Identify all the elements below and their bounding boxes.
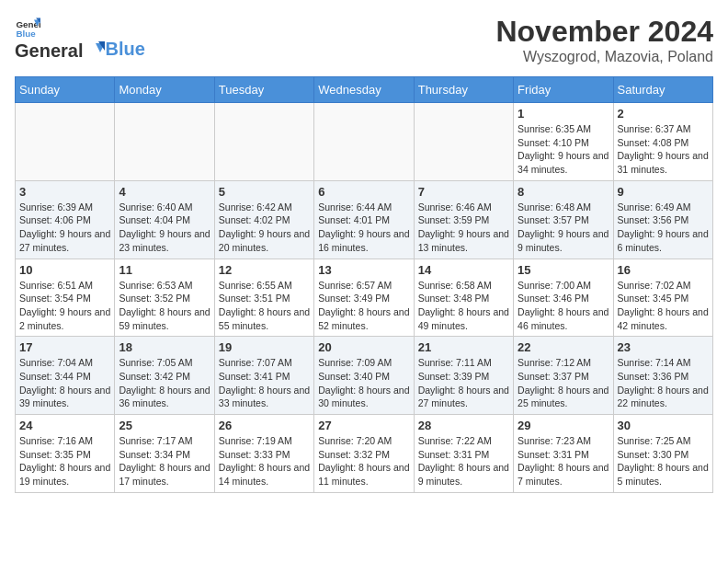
calendar-cell: 16Sunrise: 7:02 AMSunset: 3:45 PMDayligh…	[613, 259, 712, 337]
calendar-cell: 4Sunrise: 6:40 AMSunset: 4:04 PMDaylight…	[115, 180, 214, 259]
calendar-cell: 23Sunrise: 7:14 AMSunset: 3:36 PMDayligh…	[613, 337, 712, 415]
calendar-cell: 3Sunrise: 6:39 AMSunset: 4:06 PMDaylight…	[16, 180, 115, 259]
day-info: Sunrise: 7:04 AMSunset: 3:44 PMDaylight:…	[19, 356, 110, 410]
day-number: 24	[19, 419, 110, 432]
calendar-week-row: 3Sunrise: 6:39 AMSunset: 4:06 PMDaylight…	[16, 180, 713, 259]
day-info: Sunrise: 6:37 AMSunset: 4:08 PMDaylight:…	[618, 122, 709, 177]
day-info: Sunrise: 6:53 AMSunset: 3:52 PMDaylight:…	[119, 279, 210, 333]
calendar-cell	[214, 103, 313, 181]
calendar-week-row: 10Sunrise: 6:51 AMSunset: 3:54 PMDayligh…	[16, 259, 713, 337]
calendar-cell: 20Sunrise: 7:09 AMSunset: 3:40 PMDayligh…	[314, 337, 414, 415]
calendar-cell: 28Sunrise: 7:22 AMSunset: 3:31 PMDayligh…	[414, 415, 513, 493]
day-info: Sunrise: 7:23 AMSunset: 3:31 PMDaylight:…	[518, 434, 609, 488]
calendar-cell: 15Sunrise: 7:00 AMSunset: 3:46 PMDayligh…	[514, 259, 613, 337]
day-number: 7	[418, 185, 509, 199]
calendar-cell: 11Sunrise: 6:53 AMSunset: 3:52 PMDayligh…	[115, 259, 214, 337]
day-info: Sunrise: 6:44 AMSunset: 4:01 PMDaylight:…	[318, 201, 409, 255]
day-number: 14	[418, 263, 509, 277]
day-number: 8	[518, 185, 609, 199]
day-info: Sunrise: 6:40 AMSunset: 4:04 PMDaylight:…	[119, 201, 210, 255]
day-info: Sunrise: 6:55 AMSunset: 3:51 PMDaylight:…	[219, 279, 310, 333]
day-info: Sunrise: 6:49 AMSunset: 3:56 PMDaylight:…	[618, 201, 709, 255]
calendar-cell: 21Sunrise: 7:11 AMSunset: 3:39 PMDayligh…	[414, 337, 513, 415]
calendar-cell: 7Sunrise: 6:46 AMSunset: 3:59 PMDaylight…	[414, 180, 513, 259]
calendar-header-row: SundayMondayTuesdayWednesdayThursdayFrid…	[16, 77, 713, 103]
day-info: Sunrise: 7:17 AMSunset: 3:34 PMDaylight:…	[119, 434, 210, 488]
day-info: Sunrise: 7:25 AMSunset: 3:30 PMDaylight:…	[618, 434, 709, 488]
day-info: Sunrise: 7:11 AMSunset: 3:39 PMDaylight:…	[418, 356, 509, 410]
day-info: Sunrise: 6:35 AMSunset: 4:10 PMDaylight:…	[518, 122, 609, 177]
day-info: Sunrise: 7:20 AMSunset: 3:32 PMDaylight:…	[318, 434, 409, 488]
page-header: General Blue General Blue November 2024 …	[15, 15, 713, 65]
col-header-monday: Monday	[115, 77, 214, 103]
col-header-sunday: Sunday	[16, 77, 115, 103]
calendar-cell	[414, 103, 513, 181]
day-info: Sunrise: 7:05 AMSunset: 3:42 PMDaylight:…	[119, 356, 210, 410]
day-number: 22	[518, 340, 609, 354]
day-info: Sunrise: 6:39 AMSunset: 4:06 PMDaylight:…	[19, 201, 110, 255]
month-title: November 2024	[495, 15, 713, 49]
day-info: Sunrise: 6:48 AMSunset: 3:57 PMDaylight:…	[518, 201, 609, 255]
calendar-cell: 27Sunrise: 7:20 AMSunset: 3:32 PMDayligh…	[314, 415, 414, 493]
day-info: Sunrise: 7:14 AMSunset: 3:36 PMDaylight:…	[618, 356, 709, 410]
day-number: 10	[19, 263, 110, 277]
calendar-cell: 26Sunrise: 7:19 AMSunset: 3:33 PMDayligh…	[214, 415, 313, 493]
day-info: Sunrise: 6:51 AMSunset: 3:54 PMDaylight:…	[19, 279, 110, 333]
day-number: 20	[318, 340, 409, 354]
calendar-cell	[16, 103, 115, 181]
day-info: Sunrise: 7:12 AMSunset: 3:37 PMDaylight:…	[518, 356, 609, 410]
calendar-cell: 24Sunrise: 7:16 AMSunset: 3:35 PMDayligh…	[16, 415, 115, 493]
day-number: 25	[119, 419, 210, 432]
logo-icon	[85, 41, 105, 62]
day-number: 1	[518, 107, 609, 121]
day-number: 17	[19, 340, 110, 354]
day-info: Sunrise: 7:09 AMSunset: 3:40 PMDaylight:…	[318, 356, 409, 410]
title-area: November 2024 Wyszogrod, Mazovia, Poland	[495, 15, 713, 65]
day-info: Sunrise: 7:22 AMSunset: 3:31 PMDaylight:…	[418, 434, 509, 488]
day-number: 28	[418, 419, 509, 432]
calendar-week-row: 17Sunrise: 7:04 AMSunset: 3:44 PMDayligh…	[16, 337, 713, 415]
logo-general: General	[15, 40, 83, 62]
calendar-cell: 30Sunrise: 7:25 AMSunset: 3:30 PMDayligh…	[613, 415, 712, 493]
day-info: Sunrise: 6:57 AMSunset: 3:49 PMDaylight:…	[318, 279, 409, 333]
calendar-cell: 25Sunrise: 7:17 AMSunset: 3:34 PMDayligh…	[115, 415, 214, 493]
logo-blue: Blue	[105, 39, 144, 60]
calendar-table: SundayMondayTuesdayWednesdayThursdayFrid…	[15, 76, 713, 493]
day-number: 16	[618, 263, 709, 277]
day-number: 4	[119, 185, 210, 199]
day-number: 6	[318, 185, 409, 199]
day-number: 30	[618, 419, 709, 432]
calendar-cell: 10Sunrise: 6:51 AMSunset: 3:54 PMDayligh…	[16, 259, 115, 337]
day-number: 3	[19, 185, 110, 199]
calendar-cell: 1Sunrise: 6:35 AMSunset: 4:10 PMDaylight…	[514, 103, 613, 181]
col-header-friday: Friday	[514, 77, 613, 103]
day-number: 19	[219, 340, 310, 354]
col-header-wednesday: Wednesday	[314, 77, 414, 103]
day-info: Sunrise: 7:07 AMSunset: 3:41 PMDaylight:…	[219, 356, 310, 410]
day-number: 21	[418, 340, 509, 354]
logo: General Blue General Blue	[15, 15, 145, 62]
day-number: 2	[618, 107, 709, 121]
calendar-week-row: 1Sunrise: 6:35 AMSunset: 4:10 PMDaylight…	[16, 103, 713, 181]
calendar-cell: 14Sunrise: 6:58 AMSunset: 3:48 PMDayligh…	[414, 259, 513, 337]
day-number: 5	[219, 185, 310, 199]
day-number: 13	[318, 263, 409, 277]
day-number: 29	[518, 419, 609, 432]
calendar-cell: 18Sunrise: 7:05 AMSunset: 3:42 PMDayligh…	[115, 337, 214, 415]
day-number: 27	[318, 419, 409, 432]
col-header-thursday: Thursday	[414, 77, 513, 103]
day-number: 23	[618, 340, 709, 354]
calendar-week-row: 24Sunrise: 7:16 AMSunset: 3:35 PMDayligh…	[16, 415, 713, 493]
day-info: Sunrise: 6:42 AMSunset: 4:02 PMDaylight:…	[219, 201, 310, 255]
day-number: 26	[219, 419, 310, 432]
calendar-cell: 22Sunrise: 7:12 AMSunset: 3:37 PMDayligh…	[514, 337, 613, 415]
calendar-cell: 17Sunrise: 7:04 AMSunset: 3:44 PMDayligh…	[16, 337, 115, 415]
day-number: 12	[219, 263, 310, 277]
calendar-cell: 8Sunrise: 6:48 AMSunset: 3:57 PMDaylight…	[514, 180, 613, 259]
day-info: Sunrise: 7:16 AMSunset: 3:35 PMDaylight:…	[19, 434, 110, 488]
calendar-cell	[314, 103, 414, 181]
calendar-cell	[115, 103, 214, 181]
day-info: Sunrise: 6:46 AMSunset: 3:59 PMDaylight:…	[418, 201, 509, 255]
day-number: 18	[119, 340, 210, 354]
day-number: 11	[119, 263, 210, 277]
